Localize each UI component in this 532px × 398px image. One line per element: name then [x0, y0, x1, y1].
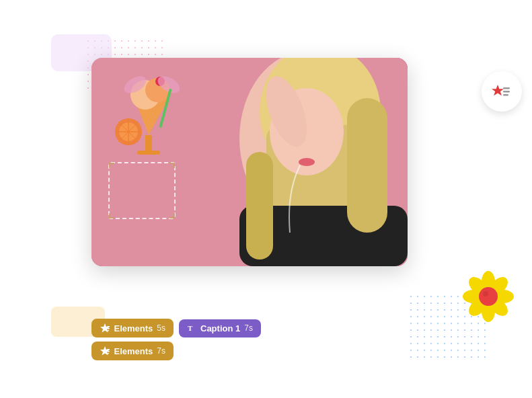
svg-rect-41: [107, 328, 110, 329]
scene: Elements 5s T Caption 1 7s: [31, 24, 502, 374]
food-decoration: [112, 71, 192, 159]
elements-label-2: Elements: [114, 346, 153, 356]
svg-point-22: [299, 158, 315, 166]
corner-handle-tr[interactable]: [169, 163, 175, 168]
elements-icon-2: [100, 346, 110, 356]
elements-icon-1: [100, 323, 110, 333]
star-lines-icon: [491, 83, 512, 100]
svg-rect-47: [107, 353, 109, 354]
svg-rect-2: [503, 91, 510, 93]
svg-rect-46: [107, 351, 110, 352]
svg-text:T: T: [188, 324, 193, 332]
svg-point-13: [483, 291, 488, 296]
svg-rect-21: [246, 152, 273, 260]
corner-handle-tl[interactable]: [109, 163, 114, 168]
elements-chip-1[interactable]: Elements 5s: [91, 319, 174, 337]
svg-point-12: [479, 287, 498, 306]
corner-handle-br[interactable]: [169, 213, 175, 218]
svg-rect-3: [503, 94, 508, 96]
selection-box: [108, 162, 176, 219]
caption-time-1: 7s: [244, 323, 253, 333]
timeline-row-1: Elements 5s T Caption 1 7s: [91, 319, 261, 337]
svg-rect-1: [503, 87, 510, 89]
caption-icon: T: [187, 323, 196, 333]
svg-rect-26: [137, 151, 160, 155]
elements-chip-2[interactable]: Elements 7s: [91, 342, 174, 360]
svg-rect-20: [347, 98, 387, 233]
elements-time-2: 7s: [157, 346, 165, 356]
video-card: [91, 58, 408, 266]
corner-handle-bl[interactable]: [109, 213, 114, 218]
flower-decoration: [461, 270, 515, 323]
svg-marker-0: [492, 85, 504, 95]
elements-time-1: 5s: [157, 323, 165, 333]
svg-rect-25: [145, 135, 152, 152]
timeline-area: Elements 5s T Caption 1 7s: [91, 319, 261, 360]
svg-rect-40: [107, 326, 110, 327]
elements-label-1: Elements: [114, 323, 153, 333]
star-menu-button[interactable]: [482, 71, 522, 112]
svg-rect-45: [107, 349, 110, 350]
timeline-row-2: Elements 7s: [91, 342, 261, 360]
caption-chip-1[interactable]: T Caption 1 7s: [179, 319, 261, 337]
caption-label-1: Caption 1: [200, 323, 240, 333]
svg-rect-42: [107, 330, 109, 331]
